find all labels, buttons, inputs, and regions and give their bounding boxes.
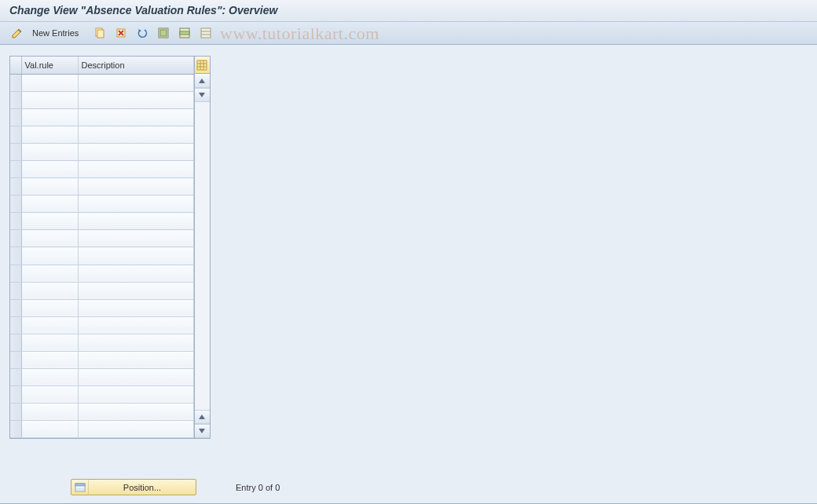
new-entries-label: New Entries	[32, 28, 79, 38]
cell-description[interactable]	[78, 109, 193, 126]
table-row	[10, 161, 193, 178]
cell-valrule[interactable]	[21, 368, 78, 385]
cell-valrule[interactable]	[21, 109, 78, 126]
scroll-up-button-lower[interactable]	[195, 410, 210, 424]
cell-valrule[interactable]	[21, 75, 78, 92]
cell-description[interactable]	[78, 144, 193, 161]
cell-description[interactable]	[78, 265, 193, 282]
cell-valrule[interactable]	[21, 265, 78, 282]
scrollbar-space[interactable]	[195, 102, 210, 410]
row-selector[interactable]	[10, 247, 21, 265]
table-row	[10, 178, 193, 195]
cell-valrule[interactable]	[21, 334, 78, 351]
cell-valrule[interactable]	[21, 247, 78, 265]
scroll-down-button[interactable]	[195, 88, 210, 102]
table-row	[10, 144, 193, 161]
cell-valrule[interactable]	[21, 178, 78, 195]
cell-valrule[interactable]	[21, 92, 78, 109]
table-settings-button[interactable]	[195, 57, 210, 74]
table-row	[10, 368, 193, 385]
cell-valrule[interactable]	[21, 316, 78, 334]
undo-icon	[136, 27, 148, 39]
cell-description[interactable]	[78, 195, 193, 213]
scroll-down-button-lower[interactable]	[195, 424, 210, 438]
cell-valrule[interactable]	[21, 385, 78, 403]
row-selector[interactable]	[10, 299, 21, 316]
row-selector[interactable]	[10, 351, 21, 368]
row-selector[interactable]	[10, 178, 21, 195]
cell-valrule[interactable]	[21, 213, 78, 230]
table-row	[10, 213, 193, 230]
table-row	[10, 299, 193, 316]
cell-description[interactable]	[78, 247, 193, 265]
delete-button[interactable]	[112, 25, 130, 41]
cell-valrule[interactable]	[21, 195, 78, 213]
cell-description[interactable]	[78, 230, 193, 247]
deselect-all-button[interactable]	[196, 25, 215, 41]
triangle-up-icon	[199, 79, 205, 83]
cell-description[interactable]	[78, 178, 193, 195]
row-selector[interactable]	[10, 92, 21, 109]
cell-valrule[interactable]	[21, 282, 78, 299]
row-selector[interactable]	[10, 334, 21, 351]
svg-rect-4	[160, 30, 167, 36]
title-bar: Change View "Absence Valuation Rules": O…	[0, 0, 817, 22]
select-block-button[interactable]	[175, 25, 194, 41]
svg-rect-10	[197, 60, 207, 70]
row-selector[interactable]	[10, 420, 21, 437]
undo-button[interactable]	[133, 25, 152, 41]
row-selector[interactable]	[10, 126, 21, 144]
cell-description[interactable]	[78, 403, 193, 420]
row-selector[interactable]	[10, 195, 21, 213]
cell-description[interactable]	[78, 316, 193, 334]
row-selector-header[interactable]	[10, 57, 21, 75]
deselect-all-icon	[200, 27, 212, 39]
new-entries-button[interactable]: New Entries	[29, 25, 82, 41]
column-header-valrule[interactable]: Val.rule	[21, 57, 78, 75]
cell-description[interactable]	[78, 282, 193, 299]
scrollbar-track	[195, 74, 210, 438]
row-selector[interactable]	[10, 109, 21, 126]
select-all-button[interactable]	[154, 25, 173, 41]
row-selector[interactable]	[10, 213, 21, 230]
cell-description[interactable]	[78, 385, 193, 403]
cell-valrule[interactable]	[21, 144, 78, 161]
cell-valrule[interactable]	[21, 403, 78, 420]
cell-description[interactable]	[78, 92, 193, 109]
cell-description[interactable]	[78, 420, 193, 437]
cell-valrule[interactable]	[21, 126, 78, 144]
row-selector[interactable]	[10, 316, 21, 334]
cell-valrule[interactable]	[21, 161, 78, 178]
copy-button[interactable]	[90, 25, 109, 41]
cell-description[interactable]	[78, 334, 193, 351]
row-selector[interactable]	[10, 75, 21, 92]
cell-description[interactable]	[78, 213, 193, 230]
scroll-up-button[interactable]	[195, 74, 210, 88]
cell-description[interactable]	[78, 126, 193, 144]
cell-valrule[interactable]	[21, 299, 78, 316]
cell-valrule[interactable]	[21, 351, 78, 368]
row-selector[interactable]	[10, 368, 21, 385]
cell-description[interactable]	[78, 351, 193, 368]
position-button[interactable]: Position...	[71, 479, 196, 495]
svg-rect-7	[201, 28, 211, 38]
column-header-description[interactable]: Description	[78, 57, 193, 75]
row-selector[interactable]	[10, 230, 21, 247]
cell-valrule[interactable]	[21, 420, 78, 437]
row-selector[interactable]	[10, 144, 21, 161]
row-selector[interactable]	[10, 403, 21, 420]
cell-description[interactable]	[78, 161, 193, 178]
row-selector[interactable]	[10, 161, 21, 178]
cell-description[interactable]	[78, 368, 193, 385]
table-container: Val.rule Description	[9, 56, 211, 439]
row-selector[interactable]	[10, 265, 21, 282]
table-row	[10, 247, 193, 265]
cell-description[interactable]	[78, 299, 193, 316]
position-icon	[71, 480, 89, 495]
cell-valrule[interactable]	[21, 230, 78, 247]
cell-description[interactable]	[78, 75, 193, 92]
edit-button[interactable]	[8, 25, 27, 41]
pencil-icon	[11, 27, 24, 39]
row-selector[interactable]	[10, 282, 21, 299]
row-selector[interactable]	[10, 385, 21, 403]
